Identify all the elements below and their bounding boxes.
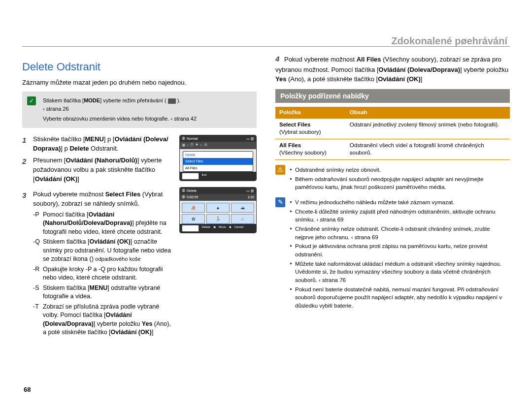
step-3: 3 Pokud vyberete možnost Select Files (V… — [22, 190, 175, 339]
section-breadcrumb: Zdokonalené pøehrávání — [391, 34, 507, 48]
lead-text: Záznamy můžete mazat jeden po druhém neb… — [22, 78, 257, 87]
substep-a: -PPomocí tlačítka [Ovládání (Nahoru/Dolů… — [33, 211, 175, 237]
warning-icon: ⚠ — [275, 165, 285, 175]
options-table: Položka Obsah Select Files(Vybrat soubor… — [275, 107, 510, 160]
precheck-box: ✓ Stiskem tlačítka [MODE] vyberte režim … — [22, 92, 257, 128]
right-column: 4 Pokud vyberete možnost All Files (Všec… — [275, 54, 510, 342]
step-1: 1 Stiskněte tlačítko [MENU] p [Ovládání … — [22, 135, 175, 154]
table-row: All Files(Všechny soubory) Odstranění vš… — [275, 139, 510, 159]
substep-d: -SStiskem tlačítka [MENU] odstraňte vybr… — [33, 284, 175, 301]
col-content: Obsah — [346, 107, 510, 119]
table-row: Select Files(Vybrat soubory) Odstraní je… — [275, 119, 510, 139]
warning-note: ⚠ Odstraněné snímky nelze obnovit. Během… — [275, 165, 510, 192]
ui-screenshot-grid: ⦿Delete▭ ▥ ⦿0:00:551/10 ⛵▲⛰ ✿🏃⌂ MENUDele… — [179, 187, 257, 233]
left-column: Delete Odstranit Záznamy můžete mazat je… — [22, 54, 257, 342]
precheck-line2: Vyberte obrazovku zmenšenin videa nebo f… — [43, 115, 251, 123]
submenu-heading: Položky podřízené nabídky — [275, 89, 510, 103]
page-title: Delete Odstranit — [22, 60, 257, 74]
step-2: 2 Přesunem [Ovládání (Nahoru/Dolů)] vybe… — [22, 156, 175, 184]
col-item: Položka — [275, 107, 346, 119]
page-number: 68 — [24, 385, 31, 394]
substep-b: -QStiskem tlačítka [Ovládání (OK)] označ… — [33, 238, 175, 264]
substep-e: -TZobrazí se příslušná zpráva podle vybr… — [33, 303, 175, 337]
step-4: 4 Pokud vyberete možnost All Files (Všec… — [275, 54, 510, 84]
manual-page: Zdokonalené pøehrávání Delete Odstranit … — [0, 0, 532, 407]
playback-icon — [168, 98, 176, 104]
info-note: ✎ V režimu jednoduchého náhledu můžete t… — [275, 197, 510, 311]
substep-c: -ROpakujte kroky -P a -Q pro každou foto… — [33, 265, 175, 282]
check-icon: ✓ — [27, 96, 36, 105]
info-icon: ✎ — [275, 197, 285, 207]
ui-screenshot-menu: ⦿Normal▭ ▥ ▣ ⌂ ☰ ⚑ ☼ ⚙ Delete Select Fil… — [179, 135, 257, 181]
